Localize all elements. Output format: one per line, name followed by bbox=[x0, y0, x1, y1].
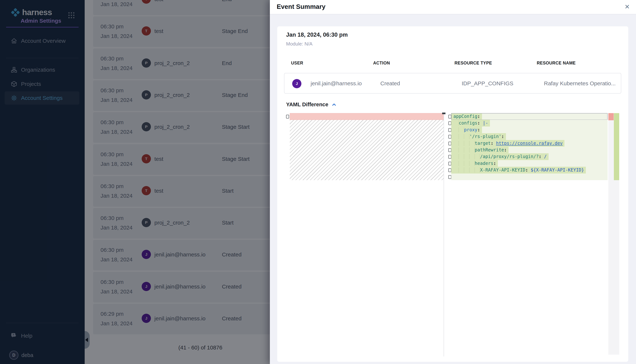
event-action: Created bbox=[380, 80, 400, 86]
close-icon[interactable]: × bbox=[622, 1, 633, 12]
diff-code-line: X-RAFAY-API-KEYID: ${X-RAFAY-API-KEYID} bbox=[451, 167, 608, 174]
code-token: '/rs-plugin' bbox=[470, 134, 501, 139]
diff-code-line: pathRewrite: bbox=[451, 147, 608, 154]
diff-code-line bbox=[451, 174, 608, 180]
code-token bbox=[453, 161, 475, 166]
code-token: : bbox=[501, 134, 504, 139]
diff-overview-ruler bbox=[608, 113, 619, 354]
code-token bbox=[453, 168, 480, 172]
diff-sash-handle[interactable] bbox=[442, 112, 446, 114]
event-module: Module: N/A bbox=[286, 41, 312, 47]
code-token: appConfig bbox=[453, 114, 477, 119]
diff-deleted-line bbox=[290, 113, 444, 120]
avatar: J bbox=[292, 79, 301, 88]
diff-gutter-marker[interactable] bbox=[449, 148, 451, 152]
diff-divider bbox=[444, 113, 444, 356]
chevron-up-icon bbox=[331, 102, 337, 108]
event-resource-name: Rafay Kubernetes Operatio... bbox=[544, 80, 616, 86]
code-token: : bbox=[539, 154, 544, 159]
code-token bbox=[453, 120, 459, 126]
diff-code-line: configs: |- bbox=[451, 120, 608, 126]
diff-gutter-marker[interactable] bbox=[449, 115, 451, 118]
event-table-row: J jenil.jain@harness.io Created IDP_APP_… bbox=[284, 73, 621, 94]
code-token: : bbox=[477, 120, 483, 126]
diff-code-line: target: https://console.rafay.dev bbox=[451, 140, 608, 147]
ruler-insert-mark bbox=[614, 113, 619, 180]
event-user: jenil.jain@harness.io bbox=[311, 80, 362, 86]
code-link[interactable]: https://console.rafay.dev bbox=[496, 141, 563, 146]
code-token bbox=[453, 154, 480, 159]
code-token bbox=[453, 141, 475, 146]
diff-gutter-marker[interactable] bbox=[449, 155, 451, 158]
diff-gutter-marker[interactable] bbox=[449, 142, 451, 145]
code-token: target bbox=[475, 141, 491, 146]
code-token: : bbox=[477, 127, 480, 132]
column-header-user: USER bbox=[291, 60, 303, 66]
diff-gutter-marker[interactable] bbox=[449, 135, 451, 138]
diff-inserted-pane: appConfig: configs: |- proxy: '/rs-plugi… bbox=[451, 113, 608, 180]
code-token: headers bbox=[475, 161, 493, 166]
code-token bbox=[453, 134, 470, 139]
code-token: : bbox=[491, 141, 496, 146]
event-datetime: Jan 18, 2024, 06:30 pm bbox=[286, 32, 348, 38]
drawer-title: Event Summary bbox=[277, 3, 326, 10]
diff-gutter-marker[interactable] bbox=[449, 175, 451, 179]
event-resource-type: IDP_APP_CONFIGS bbox=[462, 80, 513, 86]
code-token: ${X-RAFAY-API-KEYID} bbox=[531, 168, 584, 172]
yaml-difference-label: YAML Difference bbox=[286, 102, 328, 108]
column-header-action: ACTION bbox=[373, 60, 390, 66]
diff-empty-hatch bbox=[290, 120, 444, 180]
code-token: X-RAFAY-API-KEYID bbox=[480, 168, 526, 172]
code-token: : bbox=[504, 147, 507, 152]
diff-code-line: '/rs-plugin': bbox=[451, 133, 608, 140]
diff-code-line: headers: bbox=[451, 160, 608, 167]
code-token: configs bbox=[459, 120, 477, 126]
event-summary-card: Jan 18, 2024, 06:30 pm Module: N/A USER … bbox=[277, 26, 628, 362]
code-token bbox=[453, 127, 464, 132]
code-token: : bbox=[477, 114, 480, 119]
diff-code-line: appConfig: bbox=[451, 113, 608, 120]
diff-code-line: proxy: bbox=[451, 126, 608, 133]
code-token: proxy bbox=[464, 127, 477, 132]
ruler-delete-mark bbox=[608, 113, 614, 120]
yaml-difference-toggle[interactable]: YAML Difference bbox=[286, 102, 337, 108]
code-token: /api/proxy/rs-plugin/? bbox=[480, 154, 539, 159]
code-token: / bbox=[544, 154, 547, 159]
diff-gutter-marker[interactable] bbox=[449, 128, 451, 132]
code-token: |- bbox=[483, 120, 488, 126]
column-header-resource-type: RESOURCE TYPE bbox=[455, 60, 492, 66]
diff-gutter-marker[interactable] bbox=[449, 122, 451, 125]
drawer-header: Event Summary × bbox=[270, 0, 636, 14]
diff-code-line: /api/proxy/rs-plugin/?: / bbox=[451, 153, 608, 160]
code-token: : bbox=[493, 161, 496, 166]
code-token: pathRewrite bbox=[475, 147, 504, 152]
diff-gutter-marker[interactable] bbox=[449, 162, 451, 166]
code-token: : bbox=[525, 168, 531, 172]
diff-gutter-marker[interactable] bbox=[286, 115, 289, 118]
event-summary-drawer: Event Summary × Jan 18, 2024, 06:30 pm M… bbox=[270, 0, 636, 364]
diff-gutter-marker[interactable] bbox=[449, 168, 451, 172]
code-token bbox=[453, 147, 475, 152]
column-header-resource-name: RESOURCE NAME bbox=[537, 60, 576, 66]
